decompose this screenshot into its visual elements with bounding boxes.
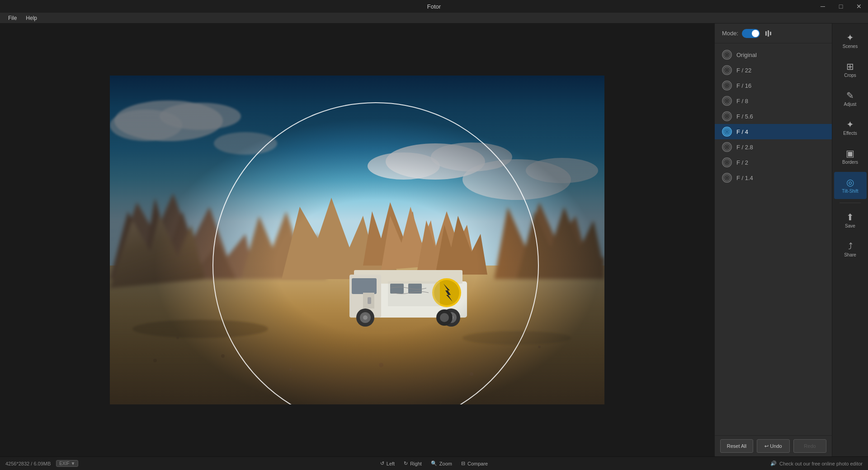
aperture-item-f22[interactable]: F / 22 [715, 62, 832, 78]
borders-label: Borders [842, 160, 858, 165]
right-button[interactable]: ↻ Right [404, 461, 422, 466]
tool-borders[interactable]: ▣ Borders [834, 143, 867, 170]
toolbar-separator [840, 203, 861, 203]
zoom-label: Zoom [439, 461, 452, 466]
bar3 [770, 32, 771, 35]
speaker-icon: 🔊 [770, 461, 777, 466]
statusbar-center: ↺ Left ↻ Right 🔍 Zoom ⊟ Compare [380, 461, 488, 466]
undo-button[interactable]: ↩ Undo [757, 439, 790, 453]
image-info: 4256*2832 / 6.09MB [5, 461, 51, 466]
effects-label: Effects [843, 131, 857, 136]
aperture-label-f4: F / 4 [736, 128, 748, 135]
promo-text: Check out our free online photo editor [779, 461, 863, 466]
aperture-item-f5_6[interactable]: F / 5.6 [715, 109, 832, 124]
aperture-label-f8: F / 8 [736, 98, 748, 104]
aperture-label-f2: F / 2 [736, 159, 748, 166]
compare-label: Compare [467, 461, 488, 466]
tool-crops[interactable]: ⊞ Crops [834, 56, 867, 83]
menubar: File Help [0, 13, 868, 24]
toggle-knob [752, 30, 759, 37]
aperture-item-original[interactable]: Original [715, 47, 832, 62]
aperture-icon-f16 [722, 81, 732, 90]
effects-icon: ✦ [846, 120, 854, 129]
exif-button[interactable]: EXIF ▼ [56, 460, 78, 467]
compare-icon: ⊟ [461, 461, 465, 466]
aperture-item-f16[interactable]: F / 16 [715, 78, 832, 93]
statusbar-left: 4256*2832 / 6.09MB EXIF ▼ [5, 460, 78, 467]
aperture-icon-f1_4 [722, 173, 732, 183]
scenes-icon: ✦ [846, 33, 854, 42]
bar1 [765, 31, 767, 36]
aperture-label-f22: F / 22 [736, 67, 751, 74]
bottom-actions: Reset All ↩ Undo Redo [715, 435, 832, 456]
aperture-item-f1_4[interactable]: F / 1.4 [715, 170, 832, 185]
right-sidebar: Mode: Original F / 22 [714, 24, 832, 456]
app-title: Fotor [427, 3, 441, 10]
tool-adjust[interactable]: ✎ Adjust [834, 85, 867, 112]
statusbar-right: 🔊 Check out our free online photo editor [770, 461, 863, 466]
aperture-label-f1_4: F / 1.4 [736, 175, 753, 181]
tool-scenes[interactable]: ✦ Scenes [834, 27, 867, 54]
close-button[interactable]: ✕ [850, 0, 868, 13]
minimize-button[interactable]: ─ [814, 0, 832, 13]
exif-label: EXIF [59, 461, 69, 466]
mode-bars [765, 30, 771, 37]
aperture-item-f2[interactable]: F / 2 [715, 155, 832, 170]
aperture-item-f4[interactable]: F / 4 [715, 124, 832, 139]
share-label: Share [844, 252, 856, 257]
redo-button[interactable]: Redo [793, 439, 826, 453]
photo-canvas [110, 76, 604, 404]
aperture-icon-original [722, 50, 732, 60]
compare-button[interactable]: ⊟ Compare [461, 461, 488, 466]
zoom-icon: 🔍 [431, 461, 437, 466]
right-label: Right [410, 461, 422, 466]
tool-save[interactable]: ⬆ Save [834, 207, 867, 234]
aperture-item-f2_8[interactable]: F / 2.8 [715, 139, 832, 155]
reset-all-button[interactable]: Reset All [720, 439, 753, 453]
crops-icon: ⊞ [846, 62, 854, 71]
aperture-list: Original F / 22 F / 16 F / 8 F / 5.6 F / [715, 43, 832, 435]
mode-label: Mode: [722, 30, 738, 37]
tilt-shift-label: Tilt-Shift [842, 189, 858, 194]
canvas-area[interactable] [0, 24, 714, 456]
aperture-icon-f4 [722, 127, 732, 137]
window-controls: ─ □ ✕ [814, 0, 868, 13]
left-icon: ↺ [380, 461, 384, 466]
photo-container [110, 76, 604, 404]
adjust-label: Adjust [844, 102, 857, 107]
aperture-label-f5_6: F / 5.6 [736, 113, 753, 120]
left-label: Left [387, 461, 395, 466]
adjust-icon: ✎ [846, 91, 854, 100]
aperture-icon-f2 [722, 157, 732, 167]
right-icon: ↻ [404, 461, 408, 466]
zoom-button[interactable]: 🔍 Zoom [431, 461, 452, 466]
exif-arrow: ▼ [71, 461, 75, 466]
statusbar: 4256*2832 / 6.09MB EXIF ▼ ↺ Left ↻ Right… [0, 456, 868, 470]
share-icon: ⤴ [848, 242, 853, 251]
save-label: Save [845, 223, 855, 228]
aperture-label-original: Original [736, 52, 757, 58]
aperture-icon-f2_8 [722, 142, 732, 152]
crops-label: Crops [844, 73, 856, 78]
aperture-icon-f8 [722, 96, 732, 106]
aperture-item-f8[interactable]: F / 8 [715, 93, 832, 109]
bar2 [768, 30, 769, 37]
tool-share[interactable]: ⤴ Share [834, 236, 867, 263]
aperture-icon-f5_6 [722, 111, 732, 121]
titlebar: Fotor ─ □ ✕ [0, 0, 868, 13]
aperture-label-f2_8: F / 2.8 [736, 144, 753, 151]
mode-toggle[interactable] [742, 29, 760, 38]
aperture-label-f16: F / 16 [736, 82, 751, 89]
menu-file[interactable]: File [4, 14, 21, 22]
mode-bar: Mode: [715, 24, 832, 43]
save-icon: ⬆ [846, 213, 854, 222]
toolbar: ✦ Scenes ⊞ Crops ✎ Adjust ✦ Effects ▣ Bo… [832, 24, 868, 456]
left-button[interactable]: ↺ Left [380, 461, 395, 466]
tilt-shift-icon: ◎ [846, 178, 854, 187]
maximize-button[interactable]: □ [832, 0, 850, 13]
menu-help[interactable]: Help [21, 14, 42, 22]
tool-tilt-shift[interactable]: ◎ Tilt-Shift [834, 172, 867, 199]
tool-effects[interactable]: ✦ Effects [834, 114, 867, 141]
scenes-label: Scenes [843, 44, 858, 49]
aperture-icon-f22 [722, 65, 732, 75]
